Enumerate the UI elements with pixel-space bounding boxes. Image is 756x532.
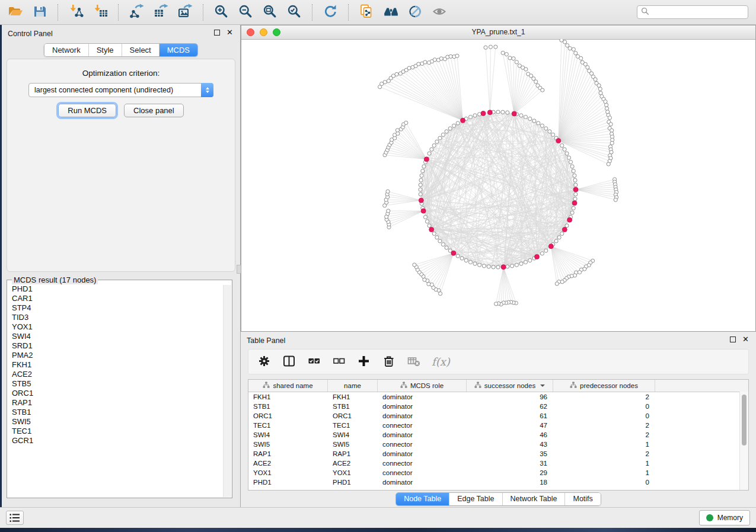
mcds-node-item[interactable]: CAR1	[8, 294, 223, 303]
mcds-hub-node[interactable]	[421, 209, 426, 213]
network-node[interactable]	[594, 78, 597, 81]
network-node[interactable]	[419, 183, 422, 187]
cell-successor-nodes[interactable]: 62	[467, 402, 553, 411]
network-node[interactable]	[506, 265, 509, 268]
network-node[interactable]	[574, 193, 578, 196]
network-node[interactable]	[455, 54, 459, 57]
table-scrollbar[interactable]	[739, 392, 748, 490]
network-node[interactable]	[441, 243, 445, 246]
network-node[interactable]	[438, 136, 442, 140]
cell-MCDS-role[interactable]: dominator	[378, 392, 467, 402]
tab-network[interactable]: Network	[44, 44, 89, 56]
network-node[interactable]	[560, 144, 564, 148]
network-node[interactable]	[422, 165, 426, 168]
float-panel-icon[interactable]	[214, 30, 220, 36]
window-maximize-button[interactable]	[273, 28, 280, 36]
mcds-hub-node[interactable]	[567, 217, 572, 222]
network-node[interactable]	[473, 114, 477, 117]
cell-name[interactable]: STB1	[328, 402, 378, 411]
cell-shared-name[interactable]: ORC1	[248, 411, 328, 421]
network-node[interactable]	[404, 121, 408, 124]
network-node[interactable]	[430, 148, 433, 151]
network-node[interactable]	[445, 130, 448, 133]
network-node[interactable]	[395, 72, 398, 76]
network-node[interactable]	[541, 88, 544, 92]
network-node[interactable]	[557, 236, 561, 239]
cell-predecessor-nodes[interactable]: 2	[553, 430, 655, 440]
zoom-in-button[interactable]	[209, 2, 234, 23]
mcds-hub-node[interactable]	[556, 139, 561, 143]
import-table-button[interactable]	[88, 2, 113, 23]
cell-name[interactable]: RAP1	[328, 449, 378, 459]
table-row[interactable]: TEC1TEC1connector472	[248, 421, 748, 430]
network-node[interactable]	[428, 152, 431, 155]
network-node[interactable]	[578, 270, 581, 274]
cell-MCDS-role[interactable]: connector	[378, 421, 467, 430]
network-node[interactable]	[456, 121, 460, 125]
cell-predecessor-nodes[interactable]: 1	[553, 440, 655, 449]
run-mcds-button[interactable]: Run MCDS	[58, 104, 116, 117]
network-node[interactable]	[548, 130, 551, 133]
table-options-button[interactable]	[257, 354, 271, 370]
network-node[interactable]	[608, 116, 611, 120]
refresh-button[interactable]	[318, 2, 343, 23]
mcds-hub-node[interactable]	[461, 118, 465, 123]
cell-name[interactable]: ACE2	[328, 459, 378, 468]
cell-MCDS-role[interactable]: connector	[378, 459, 467, 468]
hide-graphics-details-button[interactable]	[403, 2, 428, 23]
cell-name[interactable]: SWI4	[328, 430, 378, 440]
network-node[interactable]	[597, 84, 601, 87]
network-node[interactable]	[441, 133, 445, 136]
network-canvas[interactable]	[241, 39, 755, 331]
network-node[interactable]	[395, 129, 399, 132]
network-window-titlebar[interactable]: YPA_prune.txt_1	[241, 25, 755, 40]
cell-successor-nodes[interactable]: 29	[467, 468, 553, 477]
network-node[interactable]	[448, 127, 452, 130]
mcds-hub-node[interactable]	[429, 227, 434, 232]
mcds-node-item[interactable]: STB5	[8, 379, 223, 389]
network-node[interactable]	[570, 165, 574, 168]
network-node[interactable]	[574, 183, 578, 187]
network-node[interactable]	[501, 51, 505, 55]
mcds-node-item[interactable]: YOX1	[8, 322, 223, 332]
first-neighbors-button[interactable]	[379, 2, 403, 23]
cell-shared-name[interactable]: ACE2	[248, 459, 328, 468]
mcds-node-item[interactable]: PMA2	[8, 351, 223, 360]
mcds-hub-node[interactable]	[451, 251, 456, 255]
network-node[interactable]	[432, 144, 436, 148]
network-node[interactable]	[569, 160, 572, 164]
network-node[interactable]	[495, 302, 498, 306]
network-node[interactable]	[574, 52, 578, 55]
network-node[interactable]	[432, 232, 436, 235]
cell-shared-name[interactable]: STB1	[248, 402, 328, 411]
cell-predecessor-nodes[interactable]: 2	[553, 392, 655, 402]
network-node[interactable]	[537, 121, 540, 125]
network-node[interactable]	[468, 115, 472, 118]
network-node[interactable]	[419, 178, 423, 182]
cell-successor-nodes[interactable]: 61	[467, 411, 553, 421]
cell-shared-name[interactable]: RAP1	[248, 449, 328, 459]
network-node[interactable]	[508, 56, 512, 60]
network-node[interactable]	[607, 162, 610, 166]
network-node[interactable]	[511, 264, 514, 268]
deselect-all-rows-button[interactable]	[332, 354, 346, 370]
cell-successor-nodes[interactable]: 47	[467, 421, 553, 430]
network-node[interactable]	[555, 282, 559, 286]
cell-predecessor-nodes[interactable]: 1	[553, 468, 655, 477]
zoom-out-button[interactable]	[234, 2, 258, 23]
network-node[interactable]	[456, 254, 460, 258]
show-columns-button[interactable]	[282, 354, 296, 370]
mcds-hub-node[interactable]	[481, 111, 486, 116]
create-column-button[interactable]	[357, 354, 371, 370]
cell-MCDS-role[interactable]: connector	[378, 468, 467, 477]
cell-predecessor-nodes[interactable]: 2	[553, 449, 655, 459]
column-header-shared-name[interactable]: shared name	[248, 380, 328, 392]
cell-name[interactable]: YOX1	[328, 468, 378, 477]
mcds-node-item[interactable]: PHD1	[8, 284, 223, 294]
close-panel-icon[interactable]: ✕	[227, 30, 233, 36]
table-row[interactable]: PHD1PHD1dominator180	[248, 477, 748, 487]
mcds-node-item[interactable]: TEC1	[8, 427, 223, 436]
cell-successor-nodes[interactable]: 46	[467, 430, 553, 440]
network-node[interactable]	[524, 68, 528, 71]
network-node[interactable]	[563, 148, 566, 151]
